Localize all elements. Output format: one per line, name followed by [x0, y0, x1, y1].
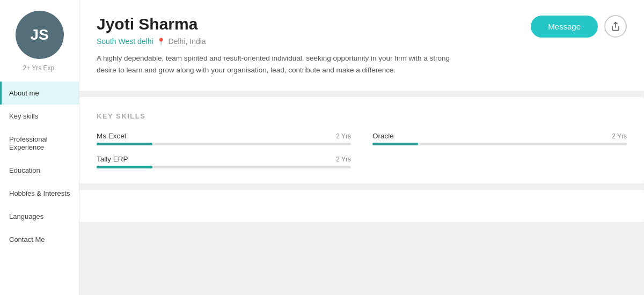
skill-name: Ms Excel — [97, 132, 126, 140]
skill-bar-fill — [372, 143, 418, 145]
skill-name: Tally ERP — [97, 155, 128, 163]
skill-item: Ms Excel 2 Yrs — [97, 132, 351, 145]
skill-bar-fill — [97, 143, 152, 145]
sidebar: JS 2+ Yrs Exp. About me Key skills Profe… — [0, 0, 79, 295]
skill-bar-background — [97, 166, 351, 168]
nav-list: About me Key skills Professional Experie… — [0, 82, 79, 251]
sidebar-item-contact-me[interactable]: Contact Me — [0, 228, 79, 251]
sidebar-item-hobbies-interests[interactable]: Hobbies & Interests — [0, 182, 79, 205]
experience-label: 2+ Yrs Exp. — [23, 64, 56, 72]
location-city: Delhi, India — [169, 37, 206, 46]
skills-section: KEY SKILLS Ms Excel 2 Yrs Oracle 2 Yrs T… — [79, 97, 644, 183]
skill-header: Ms Excel 2 Yrs — [97, 132, 351, 140]
pin-icon — [157, 36, 165, 46]
profile-info: Jyoti Sharma South West delhi Delhi, Ind… — [97, 15, 520, 76]
skills-section-title: KEY SKILLS — [97, 112, 627, 120]
skill-name: Oracle — [372, 132, 394, 140]
skill-bar-fill — [97, 166, 152, 168]
profile-actions: Message — [531, 15, 627, 38]
skill-bar-background — [372, 143, 627, 145]
profile-location-row: South West delhi Delhi, India — [97, 36, 520, 46]
skill-bar-background — [97, 143, 351, 145]
skill-years: 2 Yrs — [336, 132, 351, 140]
profile-bio: A highly dependable, team spirited and r… — [97, 53, 462, 76]
sidebar-item-languages[interactable]: Languages — [0, 205, 79, 228]
skill-item: Tally ERP 2 Yrs — [97, 155, 351, 168]
share-button[interactable] — [604, 15, 627, 38]
sidebar-item-education[interactable]: Education — [0, 159, 79, 182]
skill-header: Tally ERP 2 Yrs — [97, 155, 351, 163]
main-content: Jyoti Sharma South West delhi Delhi, Ind… — [79, 0, 644, 295]
message-button[interactable]: Message — [531, 16, 598, 38]
skill-years: 2 Yrs — [336, 156, 351, 163]
profile-name: Jyoti Sharma — [97, 15, 520, 33]
sidebar-item-professional-experience[interactable]: Professional Experience — [0, 128, 79, 159]
sidebar-item-key-skills[interactable]: Key skills — [0, 105, 79, 128]
location-area: South West delhi — [97, 37, 153, 46]
skill-years: 2 Yrs — [612, 132, 627, 140]
profile-header: Jyoti Sharma South West delhi Delhi, Ind… — [79, 0, 644, 91]
skills-grid: Ms Excel 2 Yrs Oracle 2 Yrs Tally ERP 2 … — [97, 132, 627, 168]
skill-item: Oracle 2 Yrs — [372, 132, 627, 145]
skill-header: Oracle 2 Yrs — [372, 132, 627, 140]
avatar: JS — [16, 11, 64, 59]
sidebar-item-about-me[interactable]: About me — [0, 82, 79, 105]
share-icon — [611, 21, 620, 31]
next-section-placeholder — [79, 190, 644, 222]
